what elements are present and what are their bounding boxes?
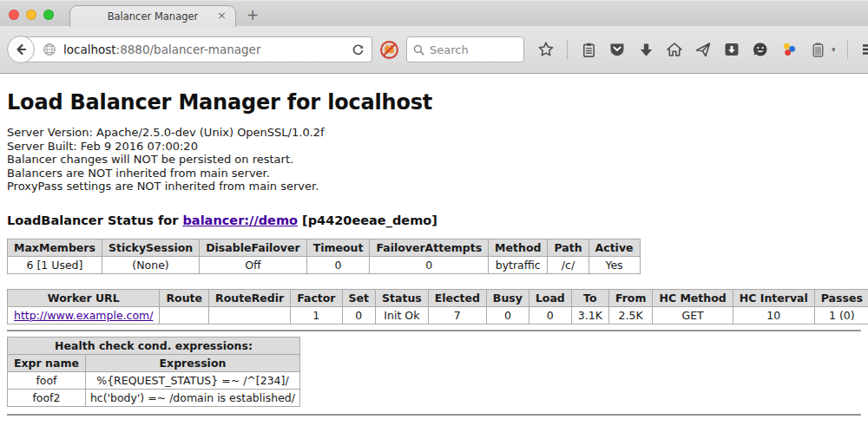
col-set: Set xyxy=(342,289,375,306)
download-box-icon[interactable] xyxy=(722,40,741,59)
proxypass-warning-line: ProxyPass settings are NOT inherited fro… xyxy=(7,180,861,193)
cell-failoverattempts: 0 xyxy=(370,256,489,273)
col-active: Active xyxy=(589,239,640,256)
cell-expression: hc('body') =~ /domain is established/ xyxy=(85,389,299,406)
col-from: From xyxy=(608,289,653,306)
dropdown-caret-icon[interactable]: ▾ xyxy=(832,45,836,54)
cell-worker-url: http://www.example.com/ xyxy=(8,306,160,324)
cell-hc-interval: 10 xyxy=(733,306,814,324)
cell-factor: 1 xyxy=(291,306,342,324)
menu-hamburger-icon[interactable] xyxy=(859,40,868,59)
col-method: Method xyxy=(489,239,548,256)
cell-path: /c/ xyxy=(548,256,589,273)
worker-row: http://www.example.com/ 1 0 Init Ok 7 0 … xyxy=(8,306,868,324)
col-path: Path xyxy=(548,239,589,256)
cell-elected: 7 xyxy=(428,306,486,324)
cell-active: Yes xyxy=(589,256,640,273)
cell-route xyxy=(160,306,209,324)
col-hc-interval: HC Interval xyxy=(733,289,814,306)
cell-stickysession: (None) xyxy=(102,256,199,273)
cell-expr-name: foof2 xyxy=(8,389,86,406)
col-disablefailover: DisableFailover xyxy=(200,239,306,256)
toolbar-divider xyxy=(847,40,848,59)
toolbar-divider xyxy=(567,40,568,59)
cell-passes: 1 (0) xyxy=(814,306,868,324)
bookmarks-clipboard-icon[interactable] xyxy=(579,40,598,59)
url-bar[interactable]: localhost:8880/balancer-manager xyxy=(21,36,372,62)
cell-maxmembers: 6 [1 Used] xyxy=(8,256,102,273)
tab-close-icon[interactable]: × xyxy=(217,10,227,21)
page-bottom-divider xyxy=(7,414,861,416)
worker-url-link[interactable]: http://www.example.com/ xyxy=(14,309,153,322)
persist-warning-line: Balancer changes will NOT be persisted o… xyxy=(7,153,861,167)
health-check-table: Health check cond. expressions: Expr nam… xyxy=(7,337,300,407)
cell-disablefailover: Off xyxy=(200,256,306,273)
col-load: Load xyxy=(529,289,571,306)
battery-extension-icon[interactable] xyxy=(808,40,827,59)
balancer-settings-row: 6 [1 Used] (None) Off 0 0 bytraffic /c/ … xyxy=(8,256,641,273)
col-maxmembers: MaxMembers xyxy=(8,239,102,256)
col-factor: Factor xyxy=(291,289,342,306)
page-content: Load Balancer Manager for localhost Serv… xyxy=(0,74,868,416)
close-window-button[interactable] xyxy=(9,10,19,20)
loadbalancer-status-heading: LoadBalancer Status for balancer://demo … xyxy=(7,213,861,227)
col-stickysession: StickySession xyxy=(102,239,199,256)
health-expr-row: foof2 hc('body') =~ /domain is establish… xyxy=(8,389,300,406)
extension-color-dots-icon[interactable] xyxy=(779,40,799,59)
server-info: Server Version: Apache/2.5.0-dev (Unix) … xyxy=(7,126,861,193)
minimize-window-button[interactable] xyxy=(26,10,36,20)
cell-routeredir xyxy=(209,306,291,324)
col-elected: Elected xyxy=(428,289,486,306)
cell-busy: 0 xyxy=(486,306,529,324)
health-table-title: Health check cond. expressions: xyxy=(8,337,300,354)
balancer-settings-table: MaxMembers StickySession DisableFailover… xyxy=(7,239,641,274)
balancers-warning-line: Balancers are NOT inherited from main se… xyxy=(7,167,861,180)
col-busy: Busy xyxy=(486,289,529,306)
balancer-demo-link[interactable]: balancer://demo xyxy=(182,213,298,227)
feedback-smiley-icon[interactable] xyxy=(751,40,770,59)
plugin-blocked-icon[interactable] xyxy=(379,40,399,60)
home-icon[interactable] xyxy=(665,40,684,59)
url-text[interactable]: localhost:8880/balancer-manager xyxy=(63,43,345,56)
col-route: Route xyxy=(160,289,209,306)
tab-balancer-manager[interactable]: Balancer Manager × xyxy=(69,5,236,27)
cell-hc-method: GET xyxy=(653,306,733,324)
col-to: To xyxy=(571,289,608,306)
search-bar[interactable] xyxy=(406,36,524,62)
page-title: Load Balancer Manager for localhost xyxy=(7,90,861,115)
col-worker-url: Worker URL xyxy=(8,289,160,306)
new-tab-button[interactable]: + xyxy=(247,8,259,23)
cell-to: 3.1K xyxy=(571,306,608,324)
server-built-line: Server Built: Feb 9 2016 07:00:20 xyxy=(7,140,861,154)
worker-status-table: Worker URL Route RouteRedir Factor Set S… xyxy=(7,289,868,324)
back-button[interactable] xyxy=(7,36,35,63)
cell-set: 0 xyxy=(342,306,375,324)
cell-timeout: 0 xyxy=(306,256,370,273)
downloads-arrow-icon[interactable] xyxy=(636,40,655,59)
window-titlebar: Balancer Manager × + xyxy=(0,0,868,26)
back-arrow-icon xyxy=(14,43,28,56)
site-globe-icon xyxy=(43,43,56,56)
reload-icon[interactable] xyxy=(352,43,365,56)
cell-expr-name: foof xyxy=(8,371,86,389)
pocket-icon[interactable] xyxy=(608,40,627,59)
col-hc-method: HC Method xyxy=(653,289,733,306)
send-plane-icon[interactable] xyxy=(694,40,713,59)
cell-expression: %{REQUEST_STATUS} =~ /^[234]/ xyxy=(85,371,299,389)
tab-title: Balancer Manager xyxy=(108,10,199,23)
window-controls xyxy=(9,10,54,20)
cell-load: 0 xyxy=(529,306,571,324)
navigation-toolbar: localhost:8880/balancer-manager xyxy=(0,26,868,74)
cell-method: bytraffic xyxy=(489,256,548,273)
health-expr-row: foof %{REQUEST_STATUS} =~ /^[234]/ xyxy=(8,371,300,389)
section-divider xyxy=(7,330,861,331)
col-expr-name: Expr name xyxy=(8,354,86,371)
col-routeredir: RouteRedir xyxy=(209,289,291,306)
zoom-window-button[interactable] xyxy=(43,10,54,20)
col-status: Status xyxy=(376,289,429,306)
bookmark-star-icon[interactable] xyxy=(536,40,556,59)
cell-status: Init Ok xyxy=(376,306,429,324)
search-input[interactable] xyxy=(430,43,508,56)
col-passes: Passes xyxy=(814,289,868,306)
server-version-line: Server Version: Apache/2.5.0-dev (Unix) … xyxy=(7,126,861,140)
